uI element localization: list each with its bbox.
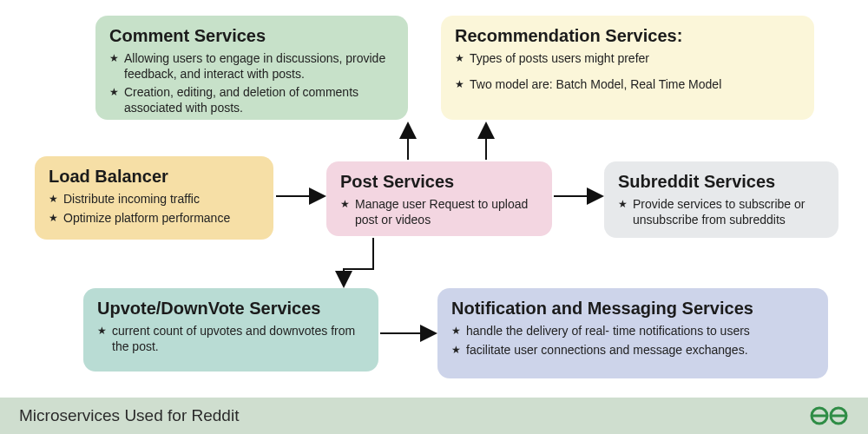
- bullet: ★Optimize platform performance: [49, 211, 260, 227]
- bullet: ★handle the delivery of real- time notif…: [451, 324, 814, 339]
- box-upvote-downvote-services: Upvote/DownVote Services ★current count …: [83, 288, 378, 372]
- box-recommendation-services: Recommendation Services: ★Types of posts…: [441, 16, 814, 120]
- bullet: ★Two model are: Batch Model, Real Time M…: [455, 77, 800, 93]
- box-title: Load Balancer: [49, 167, 260, 187]
- box-load-balancer: Load Balancer ★Distribute incoming traff…: [35, 156, 273, 240]
- bullet: ★Distribute incoming traffic: [49, 192, 260, 207]
- bullet: ★Types of posts users might prefer: [455, 51, 800, 67]
- box-title: Subreddit Services: [618, 172, 825, 192]
- box-title: Post Services: [340, 172, 538, 192]
- box-title: Comment Services: [109, 26, 394, 46]
- box-notification-messaging-services: Notification and Messaging Services ★han…: [437, 288, 828, 378]
- bullet: ★Creation, editing, and deletion of comm…: [109, 85, 394, 115]
- bullet: ★facilitate user connections and message…: [451, 343, 814, 358]
- box-title: Upvote/DownVote Services: [97, 299, 365, 319]
- box-title: Notification and Messaging Services: [451, 299, 814, 319]
- bullet: ★current count of upvotes and downvotes …: [97, 324, 365, 354]
- bullet: ★Provide services to subscribe or unsubs…: [618, 197, 825, 227]
- box-subreddit-services: Subreddit Services ★Provide services to …: [604, 161, 838, 238]
- footer-title: Microservices Used for Reddit: [19, 406, 239, 425]
- box-title: Recommendation Services:: [455, 26, 800, 46]
- bullet: ★Manage user Request to upload post or v…: [340, 197, 538, 227]
- diagram-stage: Comment Services ★Allowing users to enga…: [0, 0, 868, 434]
- box-post-services: Post Services ★Manage user Request to up…: [326, 161, 552, 236]
- box-comment-services: Comment Services ★Allowing users to enga…: [95, 16, 408, 120]
- footer-bar: Microservices Used for Reddit: [0, 398, 868, 434]
- bullet: ★Allowing users to engage in discussions…: [109, 51, 394, 82]
- geeksforgeeks-logo-icon: [809, 405, 849, 426]
